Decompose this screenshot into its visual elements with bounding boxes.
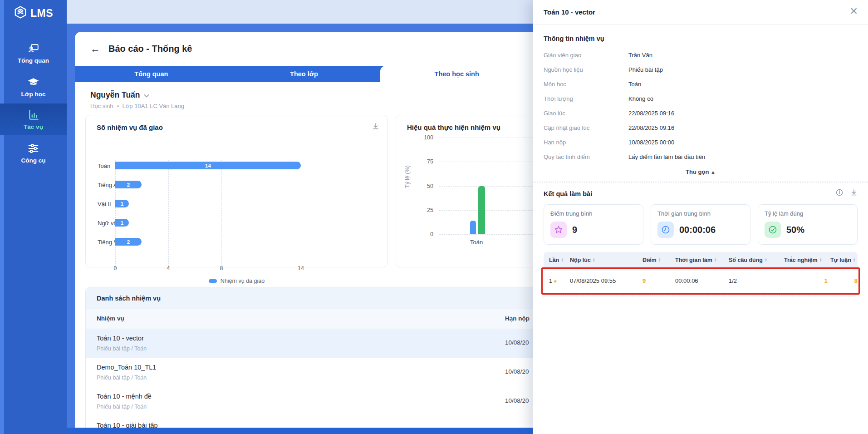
- result-row-attempt-1[interactable]: 1★ 07/08/2025 09:55 9 00:00:06 1/2 1 8: [544, 268, 858, 293]
- category-label: Toán: [470, 239, 483, 246]
- stat-value: 9: [572, 225, 577, 235]
- assigned-tasks-chart-card: Số nhiệm vụ đã giao Toán 14 Tiếng Anh 2 …: [85, 115, 388, 267]
- column-due: Hạn nộp: [505, 315, 530, 322]
- close-icon[interactable]: ✕: [850, 6, 858, 16]
- info-row: Giao lúc 22/08/2025 09:16: [544, 106, 858, 120]
- dot-separator: [117, 105, 119, 107]
- tab-theo-lop[interactable]: Theo lớp: [228, 66, 381, 82]
- y-tick: 0: [415, 231, 433, 237]
- info-icon[interactable]: [836, 189, 843, 198]
- tab-theo-hoc-sinh[interactable]: Theo học sinh: [380, 66, 533, 82]
- legend-label: Nhiệm vụ đã giao: [221, 278, 265, 284]
- y-axis-label: Tỷ lệ (%): [404, 165, 411, 188]
- download-icon[interactable]: [850, 189, 858, 198]
- gridline: [168, 160, 169, 269]
- column-label: Điểm: [642, 257, 657, 263]
- column-trac-nghiem[interactable]: Trắc nghiệm ▲▼: [784, 257, 830, 263]
- column-label: Nộp lúc: [570, 257, 591, 263]
- score: 9: [642, 277, 675, 284]
- x-tick: 0: [114, 265, 117, 271]
- bar-vat-li: 1: [115, 200, 129, 207]
- column-nop-luc[interactable]: Nộp lúc ▲▼: [570, 257, 642, 263]
- student-name: Nguyễn Tuấn: [90, 90, 140, 100]
- info-label: Nguồn học liệu: [544, 66, 628, 73]
- info-label: Môn học: [544, 81, 628, 88]
- app-logo: LMS: [0, 0, 67, 21]
- sort-icon: ▲▼: [714, 258, 717, 262]
- info-row: Hạn nộp 10/08/2025 00:00: [544, 135, 858, 149]
- bar-toan: 14: [115, 162, 301, 169]
- column-lan[interactable]: Lần ▲▼: [544, 257, 570, 263]
- check-circle-icon: [765, 222, 781, 238]
- star-icon: [550, 222, 567, 238]
- stat-value: 00:00:06: [679, 225, 716, 235]
- sort-icon: ▲▼: [765, 258, 767, 262]
- y-tick: 50: [415, 183, 433, 189]
- stat-label: Điểm trung bình: [550, 210, 637, 217]
- student-class: Lớp 10A1 LC Văn Lang: [123, 103, 184, 109]
- x-tick: 8: [220, 265, 223, 271]
- column-tu-luan[interactable]: Tự luận ▲▼: [830, 257, 858, 263]
- back-arrow-icon[interactable]: ←: [90, 44, 100, 54]
- legend-swatch: [209, 279, 217, 283]
- bar-value: 1: [121, 201, 123, 207]
- results-title: Kết quả làm bài: [544, 190, 592, 197]
- sidebar-item-tac-vu[interactable]: Tác vụ: [0, 104, 67, 135]
- column-thoi-gian-lam[interactable]: Thời gian làm ▲▼: [675, 257, 729, 263]
- info-label: Thời lượng: [544, 95, 628, 102]
- task-name: Demo_Toán 10_TL1: [97, 364, 156, 371]
- info-row: Nguồn học liệu Phiếu bài tập: [544, 62, 858, 77]
- info-row: Giáo viên giao Trần Văn: [544, 48, 858, 62]
- collapse-toggle[interactable]: Thu gọn ▲: [533, 168, 868, 175]
- sidebar-item-cong-cu[interactable]: Công cụ: [0, 137, 67, 169]
- info-label: Giáo viên giao: [544, 52, 628, 59]
- sort-icon: ▲▼: [819, 258, 822, 262]
- y-tick: 25: [415, 207, 433, 213]
- gridline: [221, 160, 222, 269]
- essay-score: 8: [830, 277, 858, 284]
- task-due-date: 10/08/20: [505, 397, 529, 404]
- stat-label: Tỷ lệ làm đúng: [765, 210, 851, 217]
- bar-green-toan: [478, 186, 485, 234]
- tab-tong-quan[interactable]: Tổng quan: [75, 66, 228, 82]
- task-name: Toán 10 - vector: [97, 335, 144, 342]
- stat-card-correct-rate: Tỷ lệ làm đúng 50%: [758, 204, 858, 245]
- task-due-date: 10/08/20: [505, 368, 529, 375]
- sort-icon: ▲▼: [658, 258, 661, 262]
- info-label: Hạn nộp: [544, 139, 628, 146]
- gridline: [301, 160, 301, 269]
- chevron-up-icon: ▲: [711, 169, 716, 175]
- info-row: Thời lượng Không có: [544, 91, 858, 106]
- x-tick: 14: [298, 265, 304, 271]
- column-so-cau-dung[interactable]: Số câu đúng ▲▼: [729, 257, 784, 263]
- sidebar-item-lop-hoc[interactable]: Lớp học: [0, 71, 67, 103]
- chart-title: Hiệu quả thực hiện nhiệm vụ: [407, 123, 500, 131]
- results-table: Lần ▲▼ Nộp lúc ▲▼ Điểm ▲▼ Thời gian làm …: [544, 252, 858, 293]
- chart-legend: Nhiệm vụ đã giao: [86, 278, 387, 284]
- info-value: Toán: [628, 81, 641, 88]
- sort-icon: ▲▼: [561, 258, 564, 262]
- gridline: [115, 160, 116, 269]
- stat-cards: Điểm trung bình 9 Thời gian trung bình: [533, 198, 868, 245]
- stat-card-average-time: Thời gian trung bình 00:00:06: [651, 204, 750, 245]
- star-badge-icon: ★: [553, 279, 557, 284]
- info-label: Giao lúc: [544, 110, 628, 117]
- info-value: Lấy điểm lần làm bài đầu tiên: [628, 153, 705, 160]
- info-value: Phiếu bài tập: [628, 66, 663, 73]
- info-row: Cập nhật giao lúc 22/08/2025 09:16: [544, 120, 858, 135]
- column-diem[interactable]: Điểm ▲▼: [642, 257, 675, 263]
- bar-value: 14: [205, 163, 211, 168]
- info-value: Không có: [628, 95, 653, 102]
- tab-bar: Tổng quan Theo lớp Theo học sinh: [75, 66, 533, 82]
- graduation-cap-icon: [27, 76, 39, 88]
- task-subtitle: Phiếu bài tập / Toán: [97, 404, 147, 410]
- download-icon[interactable]: [372, 123, 379, 132]
- y-tick: 100: [415, 134, 433, 141]
- column-label: Số câu đúng: [729, 257, 763, 263]
- sidebar-item-tong-quan[interactable]: Tổng quan: [0, 37, 67, 69]
- results-header: Kết quả làm bài: [533, 182, 868, 198]
- info-label: Quy tắc tính điểm: [544, 153, 628, 160]
- sidebar: LMS Tổng quan Lớp học: [0, 0, 67, 434]
- sliders-icon: [27, 143, 39, 154]
- chevron-down-icon: [144, 90, 149, 100]
